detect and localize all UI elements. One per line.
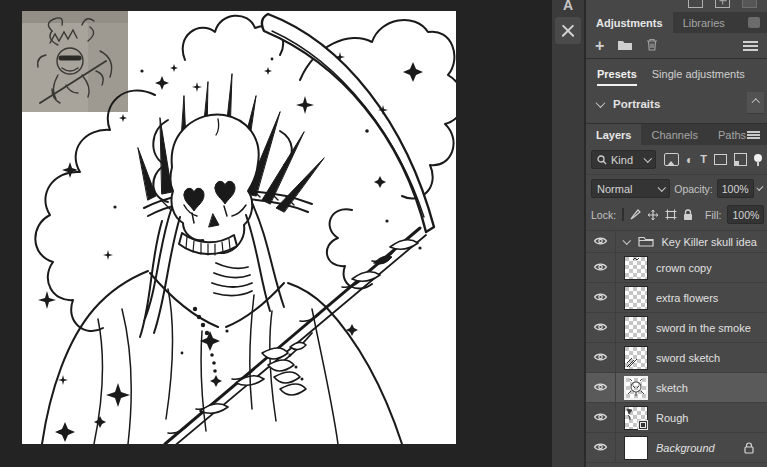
section-portraits[interactable]: Portraits (586, 91, 767, 116)
search-icon (597, 155, 607, 165)
visibility-eye-icon[interactable] (593, 352, 608, 364)
layer-name: extra flowers (656, 292, 718, 304)
panel-column: Adjustments Libraries + Presets Single a… (586, 0, 767, 467)
visibility-eye-icon[interactable] (593, 262, 608, 274)
visibility-eye-icon[interactable] (593, 412, 608, 424)
layer-thumbnail[interactable] (624, 256, 648, 280)
tab-libraries-label: Libraries (683, 17, 725, 29)
layer-filter-row: Kind ◐ T (586, 145, 767, 175)
tab-channels-label: Channels (651, 129, 697, 141)
artboard-icon[interactable] (688, 0, 703, 8)
layer-name: sword sketch (656, 352, 720, 364)
lock-transparency-icon[interactable] (622, 208, 624, 221)
filter-toggle-icon[interactable] (754, 154, 762, 162)
blend-mode-row: Normal Opacity: 100% (586, 175, 767, 202)
panel-collapse-icon[interactable] (748, 17, 760, 28)
crossed-tools-icon (561, 23, 576, 38)
add-artboard-icon[interactable] (715, 0, 730, 8)
blend-mode-value: Normal (597, 183, 655, 195)
collapsed-panel-dock: A (552, 0, 586, 467)
layer-name: sketch (656, 382, 688, 394)
tab-adjustments[interactable]: Adjustments (586, 12, 673, 33)
layers-list: Key Killer skull idea crown copy extra f… (586, 231, 767, 467)
lock-label: Lock: (591, 209, 616, 221)
trash-icon[interactable] (646, 38, 658, 53)
layer-row[interactable]: Rough (586, 403, 767, 433)
smart-object-filter-icon[interactable] (734, 153, 747, 166)
reference-photo-sketch (22, 11, 128, 112)
layer-row[interactable]: extra flowers (586, 283, 767, 313)
adjustments-toolbar: + (586, 33, 767, 59)
layer-name: Rough (656, 412, 688, 424)
character-panel-icon[interactable]: A (552, 0, 584, 13)
layer-thumbnail[interactable] (624, 406, 648, 430)
tab-layers[interactable]: Layers (586, 124, 641, 145)
adjustment-layer-filter-icon[interactable]: ◐ (686, 154, 693, 166)
canvas-pasteboard (0, 0, 552, 467)
group-expand-icon[interactable] (623, 236, 631, 244)
inactive-artboard-icon (742, 0, 757, 8)
subtab-presets[interactable]: Presets (597, 68, 637, 86)
adjustments-subtabs: Presets Single adjustments (586, 59, 767, 91)
layer-thumbnail[interactable] (624, 436, 648, 460)
list-view-icon[interactable] (743, 41, 758, 51)
tab-layers-label: Layers (596, 129, 631, 141)
type-layer-filter-icon[interactable]: T (700, 154, 707, 165)
visibility-eye-icon[interactable] (593, 322, 608, 334)
layer-row[interactable]: sword sketch (586, 343, 767, 373)
lock-position-icon[interactable] (647, 209, 659, 221)
layer-name: crown copy (656, 262, 712, 274)
fill-value: 100% (732, 209, 759, 221)
add-icon[interactable]: + (595, 39, 604, 53)
scroll-up-button[interactable] (747, 92, 764, 114)
subtab-single-adjustments[interactable]: Single adjustments (652, 68, 745, 86)
filter-kind-value: Kind (611, 154, 641, 166)
chevron-up-icon (752, 99, 760, 107)
folder-group-icon (638, 235, 654, 249)
visibility-eye-icon[interactable] (593, 292, 608, 304)
layer-thumbnail[interactable] (624, 376, 648, 400)
layer-name: Key Killer skull idea (662, 236, 757, 248)
layer-row[interactable]: crown copy (586, 253, 767, 283)
tab-adjustments-label: Adjustments (596, 17, 663, 29)
lock-pixels-icon[interactable] (630, 209, 641, 220)
chevron-down-icon (643, 154, 651, 162)
panel-menu-icon[interactable] (747, 131, 760, 139)
pixel-layer-filter-icon[interactable] (664, 153, 679, 166)
folder-icon[interactable] (617, 39, 633, 53)
cropped-toolbar-row (586, 0, 767, 12)
layers-tabbar: Layers Channels Paths (586, 124, 767, 145)
visibility-eye-icon[interactable] (593, 442, 608, 454)
document-canvas[interactable] (22, 11, 456, 444)
section-portraits-label: Portraits (613, 98, 660, 110)
lock-row: Lock: Fill: 100% (586, 202, 767, 231)
fill-input[interactable]: 100% (727, 205, 764, 224)
opacity-label: Opacity: (674, 183, 713, 195)
adjustments-tabbar: Adjustments Libraries (586, 12, 767, 33)
layer-thumbnail[interactable] (624, 346, 648, 370)
lock-all-icon[interactable] (683, 209, 693, 221)
layer-row-group[interactable]: Key Killer skull idea (586, 231, 767, 253)
tab-libraries[interactable]: Libraries (673, 12, 735, 33)
filter-kind-select[interactable]: Kind (591, 150, 656, 169)
shape-layer-filter-icon[interactable] (714, 154, 727, 165)
opacity-value: 100% (722, 183, 749, 195)
layer-thumbnail[interactable] (624, 316, 648, 340)
chevron-down-icon (596, 98, 606, 108)
opacity-input[interactable]: 100% (717, 179, 754, 198)
chevron-down-icon (658, 183, 666, 191)
layer-thumbnail[interactable] (624, 286, 648, 310)
layer-lock-icon (744, 442, 754, 454)
opacity-dropdown-icon[interactable] (756, 184, 763, 191)
layer-row-selected[interactable]: sketch (586, 373, 767, 403)
visibility-eye-icon[interactable] (593, 236, 608, 248)
layer-name: sword in the smoke (656, 322, 751, 334)
lock-artboard-icon[interactable] (665, 209, 677, 220)
layer-row[interactable]: sword in the smoke (586, 313, 767, 343)
fill-label: Fill: (705, 209, 721, 221)
blend-mode-select[interactable]: Normal (591, 179, 670, 198)
tab-channels[interactable]: Channels (641, 124, 707, 145)
tools-panel-button[interactable] (555, 17, 581, 44)
layer-row-background[interactable]: Background (586, 433, 767, 463)
visibility-eye-icon[interactable] (593, 382, 608, 394)
